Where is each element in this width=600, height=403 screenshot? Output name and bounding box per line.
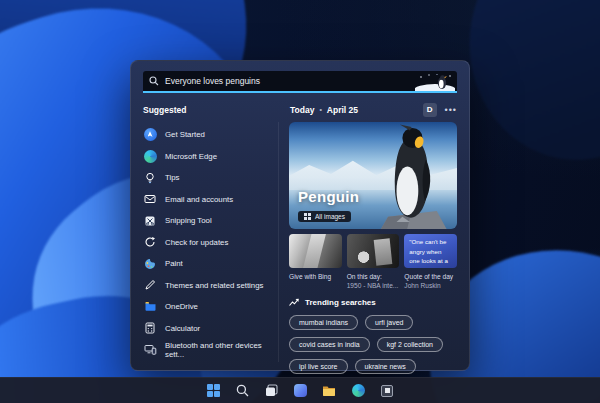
trending-pill[interactable]: ipl live score [289, 359, 348, 374]
suggested-list: Get Started Microsoft Edge Tips Email an… [143, 122, 278, 362]
card-caption-line2: John Ruskin [404, 281, 457, 290]
suggested-item-themes[interactable]: Themes and related settings [143, 275, 278, 297]
app-button[interactable] [380, 383, 395, 398]
trending-pills: mumbai indians urfi javed covid cases in… [289, 315, 457, 374]
on-this-day-image [347, 234, 400, 268]
today-content: Penguin All images Give with Bing On thi… [278, 122, 457, 362]
tips-icon [143, 171, 157, 185]
date-separator: • [319, 106, 321, 113]
suggested-item-label: Email and accounts [165, 195, 233, 204]
trending-arrow-icon [289, 298, 299, 307]
suggested-heading: Suggested [143, 105, 278, 115]
give-with-bing-image [289, 234, 342, 268]
search-icon [236, 384, 249, 397]
on-this-day-card[interactable]: On this day: 1950 - NBA inte... [347, 234, 400, 290]
card-caption-line2: 1950 - NBA inte... [347, 281, 400, 290]
more-options-button[interactable]: ••• [445, 107, 457, 113]
trending-pill[interactable]: kgf 2 collection [377, 337, 443, 352]
images-grid-icon [304, 213, 311, 220]
start-button[interactable] [206, 383, 221, 398]
file-explorer-icon [322, 384, 336, 397]
calculator-icon [143, 321, 157, 335]
file-explorer-button[interactable] [322, 383, 337, 398]
suggested-item-label: Microsoft Edge [165, 152, 217, 161]
panel-header: Suggested Today • April 25 D ••• [143, 102, 457, 117]
suggested-item-tips[interactable]: Tips [143, 167, 278, 189]
trending-section: Trending searches mumbai indians urfi ja… [289, 298, 457, 374]
check-updates-icon [143, 235, 157, 249]
trending-pill[interactable]: mumbai indians [289, 315, 358, 330]
card-caption: On this day: 1950 - NBA inte... [347, 272, 400, 290]
suggested-item-calculator[interactable]: Calculator [143, 318, 278, 340]
windows-logo-icon [207, 384, 220, 397]
suggested-item-label: Tips [165, 173, 179, 182]
search-icon [149, 76, 159, 86]
card-caption-line1: On this day: [347, 272, 400, 281]
suggested-item-onedrive[interactable]: OneDrive [143, 296, 278, 318]
trending-header: Trending searches [289, 298, 457, 307]
task-view-icon [265, 384, 278, 397]
app-icon [381, 385, 393, 397]
suggested-item-email-accounts[interactable]: Email and accounts [143, 189, 278, 211]
wallpaper-petal [451, 0, 600, 177]
panel-columns: Get Started Microsoft Edge Tips Email an… [143, 122, 457, 362]
profile-badge[interactable]: D [423, 103, 437, 117]
email-icon [143, 192, 157, 206]
trending-title: Trending searches [305, 298, 376, 307]
search-panel: Suggested Today • April 25 D ••• Get Sta… [130, 60, 470, 371]
search-input[interactable] [165, 76, 451, 86]
snipping-tool-icon [143, 214, 157, 228]
trending-pill[interactable]: ukraine news [355, 359, 416, 374]
suggested-item-microsoft-edge[interactable]: Microsoft Edge [143, 146, 278, 168]
paint-icon [143, 257, 157, 271]
onedrive-icon [143, 300, 157, 314]
penguin-illustration-icon [415, 73, 455, 91]
quote-text: "One can't be angry when one looks at a … [404, 234, 457, 268]
taskbar [0, 377, 600, 403]
hero-title: Penguin [298, 188, 359, 205]
suggested-item-snipping-tool[interactable]: Snipping Tool [143, 210, 278, 232]
quote-of-the-day-card[interactable]: "One can't be angry when one looks at a … [404, 234, 457, 290]
get-started-icon [143, 128, 157, 142]
trending-pill[interactable]: covid cases in india [289, 337, 370, 352]
news-card-row: Give with Bing On this day: 1950 - NBA i… [289, 234, 457, 290]
all-images-label: All images [315, 213, 345, 220]
themes-icon [143, 278, 157, 292]
edge-icon [352, 384, 365, 397]
suggested-item-check-updates[interactable]: Check for updates [143, 232, 278, 254]
suggested-item-bluetooth-devices[interactable]: Bluetooth and other devices sett... [143, 339, 278, 361]
card-caption-line1: Quote of the day [404, 272, 457, 281]
hero-image-card[interactable]: Penguin All images [289, 122, 457, 229]
suggested-item-label: Get Started [165, 130, 205, 139]
give-with-bing-card[interactable]: Give with Bing [289, 234, 342, 290]
search-box[interactable] [143, 71, 457, 93]
suggested-item-label: Bluetooth and other devices sett... [165, 341, 278, 359]
edge-button[interactable] [351, 383, 366, 398]
edge-icon [143, 149, 157, 163]
date-label: April 25 [327, 105, 358, 115]
penguin-photo-graphic [373, 122, 449, 229]
card-caption: Quote of the day John Ruskin [404, 272, 457, 290]
taskbar-search-button[interactable] [235, 383, 250, 398]
suggested-item-label: Themes and related settings [165, 281, 263, 290]
widgets-icon [294, 384, 307, 397]
suggested-item-label: Calculator [165, 324, 200, 333]
suggested-item-paint[interactable]: Paint [143, 253, 278, 275]
card-caption: Give with Bing [289, 272, 342, 281]
suggested-item-label: OneDrive [165, 302, 198, 311]
all-images-badge[interactable]: All images [298, 211, 351, 222]
today-label: Today [290, 105, 314, 115]
bluetooth-devices-icon [143, 343, 157, 357]
suggested-item-get-started[interactable]: Get Started [143, 124, 278, 146]
today-heading: Today • April 25 [278, 105, 423, 115]
suggested-item-label: Snipping Tool [165, 216, 212, 225]
widgets-button[interactable] [293, 383, 308, 398]
suggested-item-label: Paint [165, 259, 183, 268]
task-view-button[interactable] [264, 383, 279, 398]
trending-pill[interactable]: urfi javed [365, 315, 413, 330]
suggested-item-label: Check for updates [165, 238, 228, 247]
